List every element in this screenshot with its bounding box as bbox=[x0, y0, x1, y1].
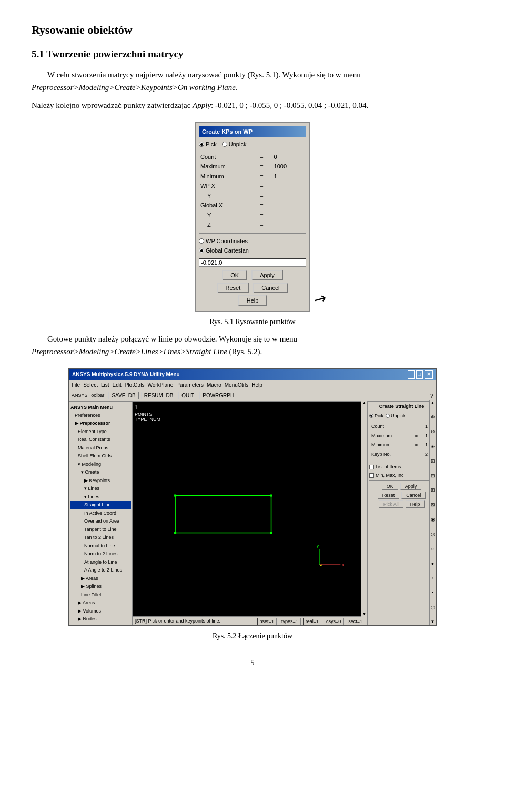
right-icon13[interactable]: • bbox=[432, 589, 433, 597]
rp-list-checkbox[interactable] bbox=[369, 465, 374, 469]
sidebar-preprocessor[interactable]: ▶ Preprocessor bbox=[70, 419, 131, 428]
right-panel-pick-row: Pick Unpick bbox=[369, 413, 434, 420]
sidebar-real-constants[interactable]: Real Constants bbox=[70, 436, 131, 444]
kps-help-button[interactable]: Help bbox=[238, 295, 267, 306]
sidebar-at-angle-to-line[interactable]: At angle to Line bbox=[70, 558, 131, 567]
right-icon7[interactable]: ⊠ bbox=[431, 502, 435, 509]
sidebar-modeling[interactable]: ▾ Modeling bbox=[70, 460, 131, 469]
sidebar-normal-to-line[interactable]: Normal to Line bbox=[70, 542, 131, 550]
sidebar-areas[interactable]: ▶ Areas bbox=[70, 599, 131, 607]
kps-global-dot bbox=[199, 248, 204, 253]
close-icon[interactable]: ✕ bbox=[425, 370, 433, 379]
right-icon6[interactable]: ⊞ bbox=[431, 487, 435, 494]
sidebar-straight-line[interactable]: Straight Line bbox=[70, 501, 131, 509]
right-icon4[interactable]: ⊡ bbox=[431, 458, 435, 465]
rp-apply-button[interactable]: Apply bbox=[400, 483, 422, 490]
kps-ok-button[interactable]: OK bbox=[222, 270, 247, 280]
right-scroll-down[interactable]: ▼ bbox=[431, 619, 435, 625]
sidebar-lines-group[interactable]: ▾ Lines bbox=[70, 485, 131, 493]
sidebar-splines[interactable]: ▶ Splines bbox=[70, 583, 131, 591]
sidebar-tan-to-2-lines[interactable]: Tan to 2 Lines bbox=[70, 534, 131, 542]
toolbar-quit[interactable]: QUIT bbox=[178, 392, 197, 399]
sidebar-in-active-coord[interactable]: In Active Coord bbox=[70, 509, 131, 518]
ansys-window: ANSYS Multiphysics 5.9 DYNA Utility Menu… bbox=[68, 368, 437, 626]
rp-ok-button[interactable]: OK bbox=[382, 483, 398, 490]
kps-reset-button[interactable]: Reset bbox=[217, 283, 249, 293]
sidebar-overlaid-on-area[interactable]: Overlaid on Area bbox=[70, 517, 131, 526]
sidebar-material-props[interactable]: Material Props bbox=[70, 444, 131, 453]
rp-pick-all-button[interactable]: Pick All bbox=[379, 500, 403, 508]
right-icon5[interactable]: ⊟ bbox=[431, 473, 435, 480]
kps-wp-radio[interactable]: WP Coordinates bbox=[199, 237, 306, 246]
sidebar-elements[interactable]: ▶ Elements bbox=[70, 624, 131, 627]
sidebar-element-type[interactable]: Element Type bbox=[70, 428, 131, 436]
toolbar-save[interactable]: SAVE_DB bbox=[108, 392, 138, 399]
right-icon12[interactable]: ◦ bbox=[432, 575, 433, 582]
status-csys: csys=0 bbox=[324, 618, 344, 626]
right-icon10[interactable]: ○ bbox=[431, 546, 434, 553]
kps-apply-button[interactable]: Apply bbox=[251, 270, 283, 280]
right-panel: ▲ ▼ Create Straight Line Pick Unpick bbox=[367, 402, 436, 626]
menu-macro[interactable]: Macro bbox=[207, 381, 221, 389]
sidebar-areas-sub[interactable]: ▶ Areas bbox=[70, 575, 131, 583]
toolbar-label: ANSYS Toolbar bbox=[72, 392, 104, 399]
sidebar-preferences[interactable]: Preferences bbox=[70, 412, 131, 420]
menu-parameters[interactable]: Parameters bbox=[176, 381, 204, 389]
scrollbar-down-icon[interactable]: ▼ bbox=[362, 611, 367, 617]
sidebar-norm-to-2-lines[interactable]: Norm to 2 Lines bbox=[70, 550, 131, 558]
menu-menuctrls[interactable]: MenuCtrls bbox=[225, 381, 249, 389]
right-scroll-up[interactable]: ▲ bbox=[431, 400, 435, 406]
rp-reset-button[interactable]: Reset bbox=[378, 492, 400, 499]
sidebar-lines-sub[interactable]: ▾ Lines bbox=[70, 493, 131, 502]
menu-select[interactable]: Select bbox=[83, 381, 98, 389]
rp-minmax-checkbox[interactable] bbox=[369, 473, 374, 478]
right-icon11[interactable]: ● bbox=[431, 560, 434, 568]
kps-input-field[interactable] bbox=[199, 258, 306, 267]
menu-workplane[interactable]: WorkPlane bbox=[148, 381, 174, 389]
kps-wp-dot bbox=[199, 238, 204, 244]
viewport-scrollbar[interactable]: ▲ ▼ bbox=[361, 400, 367, 617]
right-panel-scrollbar[interactable]: ▲ ⊕ ⊖ ◈ ⊡ ⊟ ⊞ ⊠ ◉ ◎ ○ ● ◦ • bbox=[429, 400, 436, 625]
sidebar-nodes[interactable]: ▶ Nodes bbox=[70, 615, 131, 624]
sidebar-tangent-to-line[interactable]: Tangent to Line bbox=[70, 526, 131, 534]
help-icon[interactable]: ? bbox=[430, 392, 433, 400]
sidebar-line-fillet[interactable]: Line Fillet bbox=[70, 591, 131, 599]
sidebar-a-angle-to-2-lines[interactable]: A Angle to 2 Lines bbox=[70, 566, 131, 575]
menu-edit[interactable]: Edit bbox=[112, 381, 121, 389]
sidebar-keypoints[interactable]: ▶ Keypoints bbox=[70, 477, 131, 485]
menu-plotctrls[interactable]: PlotCtrls bbox=[125, 381, 145, 389]
status-types: types=1 bbox=[279, 618, 301, 626]
paragraph2: Należy kolejno wprowadzać punkty zatwier… bbox=[32, 99, 473, 112]
scrollbar-up-icon[interactable]: ▲ bbox=[362, 400, 367, 406]
rp-cancel-button[interactable]: Cancel bbox=[401, 492, 426, 499]
kps-global-radio[interactable]: Global Cartesian bbox=[199, 246, 306, 255]
kps-wpx-label: WP X bbox=[199, 181, 258, 191]
toolbar-powrgrph[interactable]: POWRGRPH bbox=[199, 392, 237, 399]
menu-help[interactable]: Help bbox=[251, 381, 262, 389]
right-icon9[interactable]: ◎ bbox=[431, 531, 435, 538]
kps-unpick-radio[interactable]: Unpick bbox=[222, 140, 247, 149]
rp-max-label: Maximum bbox=[370, 432, 413, 440]
kps-cancel-button[interactable]: Cancel bbox=[253, 283, 288, 293]
right-icon1[interactable]: ⊕ bbox=[431, 414, 435, 421]
rp-help-button[interactable]: Help bbox=[406, 500, 425, 508]
sidebar-volumes[interactable]: ▶ Volumes bbox=[70, 607, 131, 616]
kps-coord-section: WP Coordinates Global Cartesian bbox=[199, 237, 306, 255]
kps-pick-radio[interactable]: Pick bbox=[199, 140, 217, 149]
menu-list[interactable]: List bbox=[101, 381, 109, 389]
paragraph1: W celu stworzenia matrycy najpierw należ… bbox=[32, 68, 473, 94]
right-icon14[interactable]: ◌ bbox=[431, 604, 435, 611]
status-nset: nset=1 bbox=[257, 618, 277, 626]
right-pick-radio[interactable]: Pick bbox=[369, 413, 383, 420]
toolbar-resume[interactable]: RESUM_DB bbox=[141, 392, 177, 399]
rp-list-label: List of Items bbox=[376, 464, 401, 471]
right-icon2[interactable]: ⊖ bbox=[431, 428, 435, 436]
menu-file[interactable]: File bbox=[72, 381, 80, 389]
sidebar-create[interactable]: ▾ Create bbox=[70, 468, 131, 477]
sidebar-shell-elem[interactable]: Shell Elem Ctrls bbox=[70, 452, 131, 460]
minimize-icon[interactable]: _ bbox=[408, 370, 415, 379]
right-icon3[interactable]: ◈ bbox=[431, 443, 435, 450]
maximize-icon[interactable]: □ bbox=[416, 370, 423, 379]
right-unpick-radio[interactable]: Unpick bbox=[386, 413, 406, 420]
right-icon8[interactable]: ◉ bbox=[431, 516, 435, 524]
